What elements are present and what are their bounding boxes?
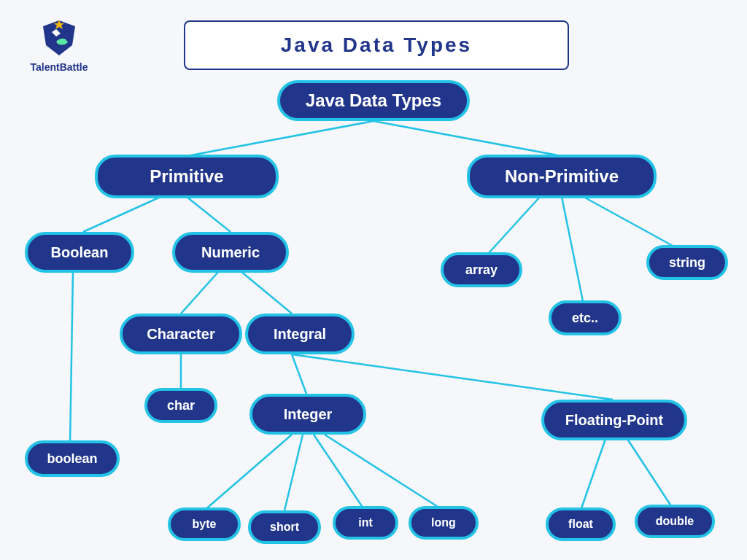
node-short: short (248, 510, 321, 544)
svg-line-1 (187, 121, 374, 156)
svg-line-14 (204, 435, 292, 510)
node-array: array (441, 252, 522, 287)
svg-line-12 (292, 354, 306, 394)
node-etc: etc.. (549, 300, 622, 335)
svg-line-8 (70, 271, 73, 445)
svg-line-9 (181, 271, 219, 314)
node-long: long (409, 506, 479, 540)
node-double: double (635, 505, 715, 538)
svg-line-15 (285, 435, 303, 510)
diagram-title: Java Data Types (281, 34, 472, 57)
node-integral: Integral (245, 314, 355, 354)
node-primitive: Primitive (95, 155, 279, 198)
svg-line-10 (241, 271, 292, 314)
node-byte: byte (168, 508, 241, 541)
node-float: float (546, 508, 616, 541)
node-floating-point: Floating-Point (541, 400, 687, 440)
diagram-title-box: Java Data Types (184, 20, 569, 70)
svg-line-16 (314, 435, 365, 510)
node-character: Character (120, 314, 242, 354)
node-int: int (333, 506, 398, 540)
brand-name: TalentBattle (30, 61, 88, 73)
svg-line-4 (187, 197, 231, 232)
node-boolean-category: Boolean (25, 232, 134, 273)
node-integer: Integer (249, 394, 366, 435)
svg-line-6 (562, 197, 584, 305)
svg-line-17 (325, 435, 444, 510)
svg-line-18 (581, 439, 605, 510)
node-numeric: Numeric (172, 232, 289, 273)
node-nonprimitive: Non-Primitive (467, 155, 657, 198)
svg-line-13 (292, 354, 613, 400)
svg-line-2 (374, 121, 562, 156)
shield-icon (39, 18, 80, 58)
node-string: string (646, 245, 728, 280)
svg-line-3 (83, 197, 160, 232)
node-root: Java Data Types (277, 80, 470, 121)
svg-line-5 (481, 197, 540, 261)
node-boolean-leaf: boolean (25, 440, 120, 477)
node-char: char (144, 388, 217, 423)
svg-line-19 (627, 439, 674, 510)
brand-logo: TalentBattle (26, 18, 92, 73)
